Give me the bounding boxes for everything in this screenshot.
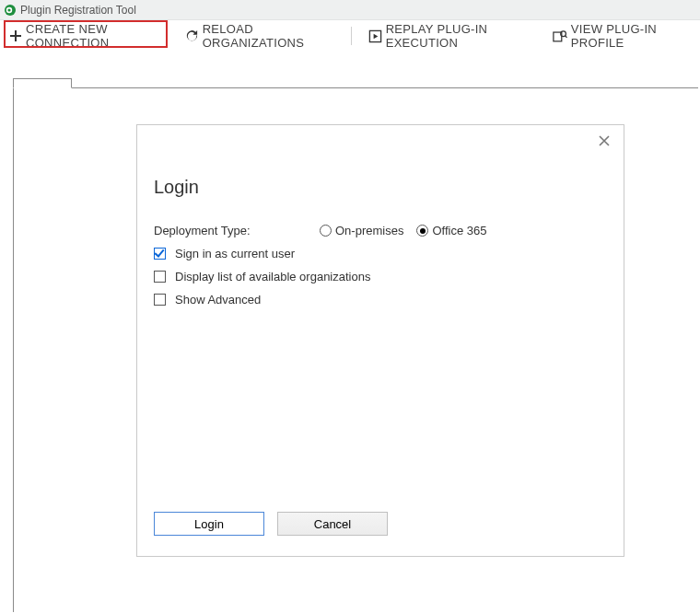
app-title: Plugin Registration Tool bbox=[20, 4, 136, 17]
toolbar-label: CREATE NEW CONNECTION bbox=[26, 22, 169, 50]
plus-icon bbox=[9, 29, 22, 42]
show-advanced-row: Show Advanced bbox=[154, 293, 607, 306]
checkbox-display-list[interactable]: Display list of available organizations bbox=[154, 270, 370, 283]
radio-onpremises[interactable]: On-premises bbox=[320, 224, 403, 237]
toolbar-label: REPLAY PLUG-IN EXECUTION bbox=[386, 22, 536, 50]
checkbox-show-advanced[interactable]: Show Advanced bbox=[154, 293, 261, 306]
radio-icon bbox=[320, 225, 332, 237]
app-icon bbox=[4, 4, 17, 17]
checkbox-label: Sign in as current user bbox=[175, 247, 295, 260]
checkbox-icon bbox=[154, 271, 166, 283]
login-dialog: Login Deployment Type: On-premises Offic… bbox=[136, 124, 624, 557]
view-plugin-profile-button[interactable]: VIEW PLUG-IN PROFILE bbox=[549, 20, 694, 52]
display-list-row: Display list of available organizations bbox=[154, 270, 607, 283]
svg-point-2 bbox=[7, 8, 10, 11]
dialog-title: Login bbox=[154, 177, 607, 198]
close-icon bbox=[599, 133, 610, 149]
play-icon bbox=[368, 29, 382, 43]
create-new-connection-button[interactable]: CREATE NEW CONNECTION bbox=[6, 20, 172, 52]
radio-office365[interactable]: Office 365 bbox=[416, 224, 486, 237]
reload-icon bbox=[185, 29, 199, 43]
profile-icon bbox=[553, 29, 567, 43]
signin-current-user-row: Sign in as current user bbox=[154, 247, 607, 260]
reload-organizations-button[interactable]: RELOAD ORGANIZATIONS bbox=[181, 20, 338, 52]
toolbar-label: VIEW PLUG-IN PROFILE bbox=[571, 22, 691, 50]
svg-line-6 bbox=[565, 35, 566, 37]
toolbar-separator bbox=[351, 27, 352, 45]
radio-label: Office 365 bbox=[432, 224, 486, 237]
deployment-type-row: Deployment Type: On-premises Office 365 bbox=[154, 224, 607, 237]
login-button[interactable]: Login bbox=[154, 512, 264, 536]
toolbar: CREATE NEW CONNECTION RELOAD ORGANIZATIO… bbox=[0, 20, 700, 52]
dialog-button-row: Login Cancel bbox=[154, 512, 388, 536]
title-bar: Plugin Registration Tool bbox=[0, 0, 700, 20]
replay-plugin-execution-button[interactable]: REPLAY PLUG-IN EXECUTION bbox=[365, 20, 540, 52]
checkbox-icon bbox=[154, 294, 166, 306]
checkbox-label: Show Advanced bbox=[175, 293, 261, 306]
radio-icon bbox=[416, 225, 428, 237]
tab-notch bbox=[13, 78, 72, 88]
radio-label: On-premises bbox=[335, 224, 403, 237]
cancel-button[interactable]: Cancel bbox=[277, 512, 388, 536]
checkbox-icon bbox=[154, 248, 166, 260]
close-button[interactable] bbox=[596, 134, 612, 151]
deployment-type-label: Deployment Type: bbox=[154, 224, 320, 237]
toolbar-label: RELOAD ORGANIZATIONS bbox=[203, 22, 334, 50]
checkbox-signin-current-user[interactable]: Sign in as current user bbox=[154, 247, 295, 260]
checkbox-label: Display list of available organizations bbox=[175, 270, 370, 283]
